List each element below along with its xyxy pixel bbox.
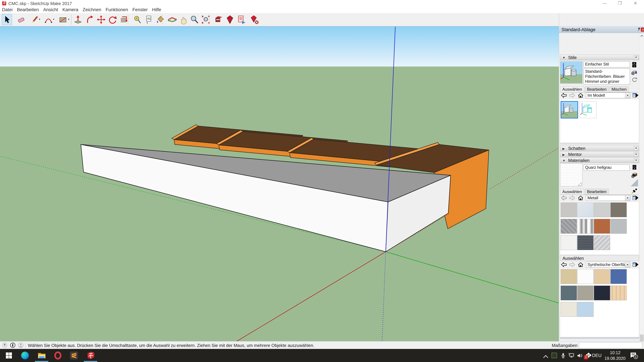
- greenshot-icon[interactable]: [552, 353, 557, 358]
- tool-select-icon[interactable]: [2, 14, 12, 25]
- tool-rectangle-dropdown-icon[interactable]: ▾: [68, 18, 70, 21]
- tool-orbit-icon[interactable]: [167, 14, 178, 25]
- section-stile-close-icon[interactable]: ✕: [634, 55, 638, 60]
- volume-icon[interactable]: [577, 353, 583, 359]
- forward-icon[interactable]: [569, 93, 575, 98]
- measurements-input[interactable]: [579, 342, 642, 348]
- home-icon[interactable]: [578, 262, 584, 267]
- pin-icon[interactable]: [637, 27, 641, 31]
- tool-rotate-icon[interactable]: [107, 14, 118, 25]
- tab-bearbeiten[interactable]: Bearbeiten: [585, 86, 608, 92]
- expand-icon[interactable]: ▶: [562, 153, 565, 157]
- section-materialien[interactable]: ▼ Materialien ✕: [560, 158, 639, 163]
- section-mentor-close-icon[interactable]: ✕: [634, 152, 638, 157]
- close-button[interactable]: ✕: [632, 1, 638, 6]
- geolocation-icon[interactable]: [2, 343, 8, 348]
- tool-paint-bucket-icon[interactable]: [155, 14, 165, 25]
- minimize-button[interactable]: —: [602, 1, 608, 6]
- style-item-wireframe[interactable]: [580, 101, 596, 118]
- material-swatch-synthetik-1[interactable]: [561, 269, 577, 284]
- horizontal-scrollbar[interactable]: [560, 337, 639, 339]
- secondary-pane-toggle-icon[interactable]: – ▲: [632, 165, 636, 170]
- notification-center-icon[interactable]: 1: [630, 352, 638, 359]
- material-swatch-metall-gewebe[interactable]: [577, 235, 594, 250]
- section-stile[interactable]: ▼ Stile ✕: [560, 55, 639, 60]
- tray-expand-icon[interactable]: [543, 354, 549, 360]
- opera-browser-icon[interactable]: [53, 351, 62, 360]
- forward-icon[interactable]: [569, 262, 575, 267]
- tool-3d-warehouse-icon[interactable]: [213, 14, 224, 25]
- section-schatten-close-icon[interactable]: ✕: [634, 146, 638, 150]
- material-swatch-synthetik-10[interactable]: [577, 302, 594, 317]
- menu-ansicht[interactable]: Ansicht: [43, 7, 58, 12]
- home-icon[interactable]: [578, 93, 584, 98]
- material-swatch-metall-kupfer[interactable]: [594, 219, 610, 234]
- material-swatch-metall-tränenblech[interactable]: [594, 235, 610, 250]
- home-icon[interactable]: [578, 195, 584, 200]
- material-swatch-metall-gebuerstet[interactable]: [610, 219, 627, 234]
- collapse-icon[interactable]: ▼: [562, 159, 565, 162]
- update-style-icon[interactable]: [632, 77, 637, 82]
- language-indicator[interactable]: DEU: [592, 353, 602, 358]
- material-swatch-synthetik-6[interactable]: [577, 286, 594, 300]
- forward-icon[interactable]: [569, 195, 575, 200]
- menu-bearbeiten[interactable]: Bearbeiten: [17, 7, 39, 12]
- file-explorer-icon[interactable]: [37, 351, 46, 360]
- tool-extension-warehouse-icon[interactable]: [249, 14, 260, 25]
- style-item-einfacher-stil[interactable]: [561, 101, 578, 118]
- dropdown-arrow-icon[interactable]: ▼: [625, 262, 630, 267]
- material-swatch-synthetik-7[interactable]: [594, 286, 610, 300]
- styles-collection-dropdown[interactable]: Im Modell▼: [586, 92, 630, 98]
- tool-arc-icon[interactable]: [43, 14, 54, 25]
- clock-date[interactable]: 19.08.2020: [602, 356, 628, 361]
- back-icon[interactable]: [561, 93, 567, 98]
- material-swatch-synthetik-5[interactable]: [561, 286, 577, 300]
- expand-icon[interactable]: ▶: [562, 147, 565, 150]
- style-name-field[interactable]: Einfacher Stil: [584, 61, 630, 67]
- tray-scrollbar[interactable]: [639, 33, 644, 346]
- menu-datei[interactable]: Datei: [2, 7, 12, 12]
- back-icon[interactable]: [561, 262, 567, 267]
- materials-collection-dropdown[interactable]: Metall▼: [586, 195, 630, 201]
- back-icon[interactable]: [561, 195, 567, 200]
- tool-zoom-extents-icon[interactable]: [200, 14, 211, 25]
- tab-material-bearbeiten[interactable]: Bearbeiten: [585, 189, 608, 195]
- tab-auswaehlen[interactable]: Auswählen: [560, 86, 584, 92]
- tool-offset-icon[interactable]: [118, 14, 129, 25]
- section-mentor[interactable]: ▶ Mentor ✕: [560, 151, 639, 157]
- menu-funktionen[interactable]: Funktionen: [106, 7, 128, 12]
- secondary-collection-dropdown[interactable]: Synthetische Oberfläche▼: [586, 262, 630, 268]
- section-schatten[interactable]: ▶ Schatten ✕: [560, 145, 639, 151]
- material-swatch-metall-weiss[interactable]: [561, 235, 577, 250]
- create-style-icon[interactable]: [631, 69, 638, 75]
- details-icon[interactable]: [632, 195, 639, 201]
- tab-mischen[interactable]: Mischen: [610, 86, 629, 92]
- microphone-icon[interactable]: [560, 353, 566, 359]
- style-description-field[interactable]: Standard-Flächenfarben. Blauer Himmel un…: [584, 68, 630, 84]
- details-icon[interactable]: [632, 262, 639, 267]
- tool-rectangle-icon[interactable]: [58, 14, 68, 25]
- material-swatch-synthetik-holz[interactable]: [610, 286, 627, 300]
- material-swatch-metall-2[interactable]: [577, 202, 594, 217]
- dropbox-icon[interactable]: 1: [585, 353, 592, 359]
- tool-line-dropdown-icon[interactable]: ▾: [39, 18, 40, 21]
- tool-arc-dropdown-icon[interactable]: ▾: [53, 18, 54, 21]
- tray-close-icon[interactable]: x: [641, 27, 644, 32]
- network-display-icon[interactable]: [568, 353, 574, 359]
- tool-move-icon[interactable]: [96, 14, 106, 25]
- material-swatch-synthetik-3[interactable]: [594, 269, 610, 284]
- tool-generate-report-icon[interactable]: [236, 14, 246, 25]
- tool-line-icon[interactable]: [30, 14, 40, 25]
- eyedropper-icon[interactable]: [631, 188, 637, 194]
- collapse-icon[interactable]: ▼: [562, 56, 565, 59]
- menu-zeichnen[interactable]: Zeichnen: [83, 7, 101, 12]
- model-viewport[interactable]: [0, 26, 559, 341]
- active-color-swatch[interactable]: [630, 179, 638, 187]
- menu-fenster[interactable]: Fenster: [132, 7, 148, 12]
- menu-kamera[interactable]: Kamera: [62, 7, 78, 12]
- tray-header[interactable]: Standard-Ablage x: [559, 26, 644, 33]
- clock-time[interactable]: 10:12: [605, 350, 625, 355]
- material-swatch-synthetik-9[interactable]: [561, 302, 577, 317]
- tool-zoom-icon[interactable]: [189, 14, 200, 25]
- details-icon[interactable]: [632, 93, 639, 98]
